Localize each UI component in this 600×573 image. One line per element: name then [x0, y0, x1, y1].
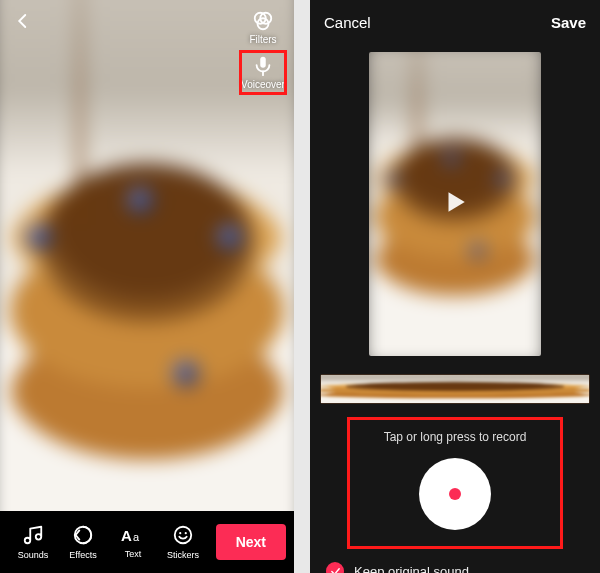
text-button[interactable]: Aa Text: [108, 525, 158, 559]
filters-button[interactable]: Filters: [240, 6, 286, 49]
svg-point-9: [179, 532, 181, 534]
voiceover-screen: Cancel Save: [310, 0, 600, 573]
svg-text:a: a: [133, 531, 140, 543]
video-preview-small[interactable]: [369, 52, 541, 356]
bottom-toolbar: Sounds Effects Aa Text Stickers Next: [0, 511, 294, 573]
svg-point-10: [185, 532, 187, 534]
back-button[interactable]: [8, 6, 38, 36]
timeline-scrubber[interactable]: [320, 374, 590, 404]
check-icon: [326, 562, 344, 573]
filters-label: Filters: [249, 35, 276, 45]
record-hint: Tap or long press to record: [384, 430, 527, 444]
editor-screen: Filters Voiceover Sounds Effects Aa Text: [0, 0, 294, 573]
voiceover-label: Voiceover: [241, 80, 285, 90]
sounds-button[interactable]: Sounds: [8, 524, 58, 560]
stickers-label: Stickers: [167, 550, 199, 560]
stickers-button[interactable]: Stickers: [158, 524, 208, 560]
keep-original-sound-toggle[interactable]: Keep original sound: [310, 546, 600, 573]
voiceover-button[interactable]: Voiceover: [240, 51, 286, 94]
svg-marker-11: [449, 192, 465, 212]
sounds-label: Sounds: [18, 550, 49, 560]
effects-label: Effects: [69, 550, 96, 560]
svg-rect-3: [260, 57, 266, 68]
save-button[interactable]: Save: [551, 14, 586, 31]
text-label: Text: [125, 549, 142, 559]
effects-button[interactable]: Effects: [58, 524, 108, 560]
cancel-button[interactable]: Cancel: [324, 14, 371, 31]
play-icon: [442, 189, 468, 219]
record-dot-icon: [449, 488, 461, 500]
record-area: Tap or long press to record: [350, 420, 560, 546]
keep-original-label: Keep original sound: [354, 564, 469, 574]
svg-point-8: [175, 527, 192, 544]
next-button[interactable]: Next: [216, 524, 286, 560]
svg-text:A: A: [121, 527, 132, 544]
record-button[interactable]: [419, 458, 491, 530]
